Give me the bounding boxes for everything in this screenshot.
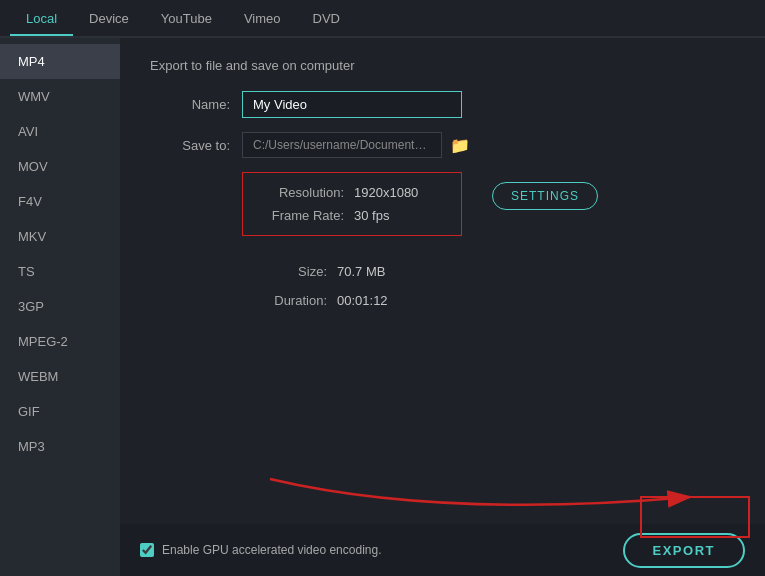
export-content: Export to file and save on computer Name… (120, 38, 765, 576)
settings-button[interactable]: SETTINGS (492, 182, 598, 210)
sidebar-item-mpeg2[interactable]: MPEG-2 (0, 324, 120, 359)
name-row: Name: (150, 91, 735, 118)
save-to-label: Save to: (150, 138, 230, 153)
info-box: Resolution: 1920x1080 Frame Rate: 30 fps (242, 172, 462, 236)
tab-vimeo[interactable]: Vimeo (228, 3, 297, 34)
resolution-row: Resolution: 1920x1080 (259, 185, 445, 200)
section-title: Export to file and save on computer (150, 58, 735, 73)
tab-youtube[interactable]: YouTube (145, 3, 228, 34)
resolution-label: Resolution: (259, 185, 344, 200)
tab-device[interactable]: Device (73, 3, 145, 34)
sidebar-item-avi[interactable]: AVI (0, 114, 120, 149)
gpu-checkbox[interactable] (140, 543, 154, 557)
folder-icon[interactable]: 📁 (450, 136, 470, 155)
frame-rate-value: 30 fps (354, 208, 389, 223)
tab-dvd[interactable]: DVD (297, 3, 356, 34)
duration-label: Duration: (242, 293, 327, 308)
name-input[interactable] (242, 91, 462, 118)
duration-value: 00:01:12 (337, 293, 388, 308)
export-button[interactable]: EXPORT (623, 533, 745, 568)
sidebar-item-wmv[interactable]: WMV (0, 79, 120, 114)
gpu-checkbox-area: Enable GPU accelerated video encoding. (140, 543, 381, 557)
name-label: Name: (150, 97, 230, 112)
sidebar-item-webm[interactable]: WEBM (0, 359, 120, 394)
sidebar-item-ts[interactable]: TS (0, 254, 120, 289)
gpu-label: Enable GPU accelerated video encoding. (162, 543, 381, 557)
save-to-path: C:/Users/username/Documents/... (242, 132, 442, 158)
size-row: Size: 70.7 MB (242, 264, 735, 279)
save-to-row: Save to: C:/Users/username/Documents/...… (150, 132, 735, 158)
sidebar-item-mov[interactable]: MOV (0, 149, 120, 184)
size-label: Size: (242, 264, 327, 279)
top-navigation: Local Device YouTube Vimeo DVD (0, 0, 765, 38)
sidebar-item-mp4[interactable]: MP4 (0, 44, 120, 79)
size-value: 70.7 MB (337, 264, 385, 279)
resolution-value: 1920x1080 (354, 185, 418, 200)
sidebar-item-gif[interactable]: GIF (0, 394, 120, 429)
duration-row: Duration: 00:01:12 (242, 293, 735, 308)
bottom-bar: Enable GPU accelerated video encoding. E… (120, 524, 765, 576)
annotation-arrow (240, 469, 740, 524)
sidebar-item-mkv[interactable]: MKV (0, 219, 120, 254)
sidebar-item-mp3[interactable]: MP3 (0, 429, 120, 464)
sidebar-item-3gp[interactable]: 3GP (0, 289, 120, 324)
frame-rate-label: Frame Rate: (259, 208, 344, 223)
frame-rate-row: Frame Rate: 30 fps (259, 208, 445, 223)
main-layout: MP4 WMV AVI MOV F4V MKV TS 3GP MPEG-2 WE… (0, 38, 765, 576)
format-sidebar: MP4 WMV AVI MOV F4V MKV TS 3GP MPEG-2 WE… (0, 38, 120, 576)
tab-local[interactable]: Local (10, 3, 73, 34)
sidebar-item-f4v[interactable]: F4V (0, 184, 120, 219)
